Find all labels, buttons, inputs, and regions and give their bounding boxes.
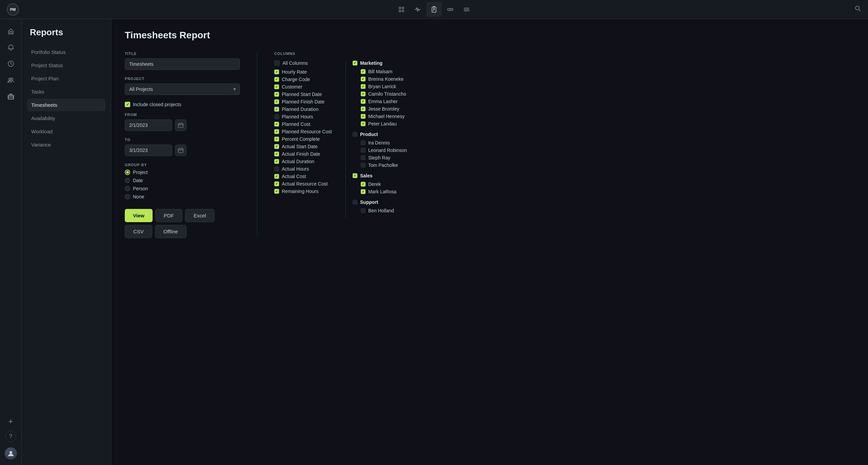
- column-checkbox-planned-resource-cost[interactable]: [274, 129, 279, 134]
- column-checkbox-actual-duration[interactable]: [274, 159, 279, 164]
- person-checkbox-bill-malsam[interactable]: [361, 69, 366, 74]
- person-item-bryan-larrick[interactable]: Bryan Larrick: [353, 83, 434, 90]
- radio-person[interactable]: Person: [125, 186, 240, 191]
- people-group-header-support[interactable]: Support: [353, 199, 434, 205]
- column-item-percent-complete[interactable]: Percent Complete: [274, 136, 332, 142]
- column-item-planned-finish-date[interactable]: Planned Finish Date: [274, 99, 332, 104]
- scan-nav-btn[interactable]: [394, 2, 409, 17]
- person-checkbox-leonard-robinson[interactable]: [361, 148, 366, 153]
- clipboard-nav-btn[interactable]: [427, 2, 441, 17]
- person-item-derek[interactable]: Derek: [353, 180, 434, 188]
- group-checkbox-sales[interactable]: [353, 173, 357, 178]
- column-item-planned-start-date[interactable]: Planned Start Date: [274, 92, 332, 97]
- column-checkbox-customer[interactable]: [274, 84, 279, 89]
- question-icon[interactable]: ?: [5, 431, 16, 442]
- include-closed-row[interactable]: Include closed projects: [125, 102, 240, 107]
- people-group-header-product[interactable]: Product: [353, 132, 434, 137]
- column-item-actual-start-date[interactable]: Actual Start Date: [274, 144, 332, 149]
- person-item-bill-malsam[interactable]: Bill Malsam: [353, 68, 434, 75]
- sidebar-item-tasks[interactable]: Tasks: [27, 85, 105, 98]
- person-checkbox-mark-larosa[interactable]: [361, 189, 366, 194]
- person-item-tom-pacholke[interactable]: Tom Pacholke: [353, 161, 434, 169]
- radio-date[interactable]: Date: [125, 178, 240, 183]
- link-nav-btn[interactable]: [443, 2, 458, 17]
- radio-none[interactable]: None: [125, 194, 240, 199]
- excel-button[interactable]: Excel: [185, 209, 215, 222]
- person-item-leonard-robinson[interactable]: Leonard Robinson: [353, 147, 434, 154]
- column-item-planned-resource-cost[interactable]: Planned Resource Cost: [274, 129, 332, 134]
- title-input[interactable]: [125, 58, 240, 70]
- include-closed-checkbox[interactable]: [125, 102, 130, 107]
- column-checkbox-remaining-hours[interactable]: [274, 189, 279, 194]
- person-item-ira-dennis[interactable]: Ira Dennis: [353, 139, 434, 147]
- person-checkbox-brenna-koeneke[interactable]: [361, 77, 366, 81]
- person-item-brenna-koeneke[interactable]: Brenna Koeneke: [353, 75, 434, 83]
- column-item-hourly-rate[interactable]: Hourly Rate: [274, 69, 332, 75]
- pdf-button[interactable]: PDF: [155, 209, 182, 222]
- radio-btn-date[interactable]: [125, 178, 130, 183]
- group-checkbox-product[interactable]: [353, 132, 357, 137]
- person-checkbox-ira-dennis[interactable]: [361, 140, 366, 145]
- person-checkbox-ben-holland[interactable]: [361, 208, 366, 213]
- column-checkbox-charge-code[interactable]: [274, 77, 279, 82]
- view-button[interactable]: View: [125, 209, 153, 222]
- column-item-charge-code[interactable]: Charge Code: [274, 77, 332, 82]
- people-group-header-sales[interactable]: Sales: [353, 173, 434, 178]
- sidebar-item-variance[interactable]: Variance: [27, 138, 105, 151]
- column-item-actual-resource-cost[interactable]: Actual Resource Cost: [274, 181, 332, 187]
- column-checkbox-actual-cost[interactable]: [274, 174, 279, 179]
- column-checkbox-planned-cost[interactable]: [274, 122, 279, 127]
- from-calendar-btn[interactable]: [175, 119, 186, 131]
- people-group-header-marketing[interactable]: Marketing: [353, 60, 434, 66]
- column-item-customer[interactable]: Customer: [274, 84, 332, 90]
- home-icon[interactable]: [4, 24, 18, 38]
- plus-icon[interactable]: +: [4, 415, 18, 428]
- from-date-input[interactable]: [125, 119, 172, 131]
- column-checkbox-planned-finish-date[interactable]: [274, 99, 279, 104]
- pm-logo[interactable]: PM: [7, 3, 19, 16]
- column-checkbox-actual-resource-cost[interactable]: [274, 181, 279, 186]
- person-checkbox-peter-landau[interactable]: [361, 121, 366, 126]
- split-nav-btn[interactable]: [459, 2, 474, 17]
- radio-btn-project[interactable]: [125, 170, 130, 175]
- column-item-actual-finish-date[interactable]: Actual Finish Date: [274, 151, 332, 157]
- all-columns-row[interactable]: All Columns: [274, 60, 332, 66]
- person-checkbox-emma-lasher[interactable]: [361, 99, 366, 104]
- radio-project[interactable]: Project: [125, 170, 240, 175]
- person-checkbox-camilo-tristancho[interactable]: [361, 92, 366, 96]
- person-checkbox-steph-ray[interactable]: [361, 155, 366, 160]
- column-item-planned-duration[interactable]: Planned Duration: [274, 106, 332, 112]
- column-checkbox-percent-complete[interactable]: [274, 137, 279, 141]
- pulse-nav-btn[interactable]: [410, 2, 425, 17]
- clock-icon[interactable]: [4, 57, 18, 71]
- person-item-jesse-bromley[interactable]: Jesse Bromley: [353, 105, 434, 113]
- sidebar-item-timesheets[interactable]: Timesheets: [27, 99, 105, 111]
- sidebar-item-project-status[interactable]: Project Status: [27, 59, 105, 72]
- column-item-actual-duration[interactable]: Actual Duration: [274, 159, 332, 164]
- all-columns-checkbox[interactable]: [274, 60, 280, 66]
- column-item-planned-hours[interactable]: Planned Hours: [274, 114, 332, 119]
- person-item-peter-landau[interactable]: Peter Landau: [353, 120, 434, 128]
- person-item-mark-larosa[interactable]: Mark LaRosa: [353, 188, 434, 195]
- group-checkbox-support[interactable]: [353, 200, 357, 205]
- sidebar-item-project-plan[interactable]: Project Plan: [27, 72, 105, 85]
- person-checkbox-jesse-bromley[interactable]: [361, 106, 366, 111]
- person-item-michael-hennesy[interactable]: Michael Hennesy: [353, 113, 434, 120]
- people-icon[interactable]: [4, 73, 18, 87]
- sidebar-item-availability[interactable]: Availability: [27, 112, 105, 124]
- person-item-emma-lasher[interactable]: Emma Lasher: [353, 98, 434, 105]
- column-checkbox-actual-finish-date[interactable]: [274, 152, 279, 156]
- column-item-planned-cost[interactable]: Planned Cost: [274, 121, 332, 127]
- column-checkbox-actual-start-date[interactable]: [274, 144, 279, 149]
- column-item-remaining-hours[interactable]: Remaining Hours: [274, 189, 332, 194]
- offline-button[interactable]: Offline: [155, 225, 186, 238]
- radio-btn-person[interactable]: [125, 186, 130, 191]
- column-checkbox-actual-hours[interactable]: [274, 167, 279, 171]
- sidebar-item-portfolio-status[interactable]: Portfolio Status: [27, 46, 105, 58]
- to-calendar-btn[interactable]: [175, 144, 186, 156]
- briefcase-icon[interactable]: [4, 90, 18, 103]
- person-checkbox-derek[interactable]: [361, 182, 366, 187]
- sidebar-item-workload[interactable]: Workload: [27, 125, 105, 138]
- person-item-steph-ray[interactable]: Steph Ray: [353, 154, 434, 161]
- project-select[interactable]: All Projects Project A Project B: [125, 83, 240, 95]
